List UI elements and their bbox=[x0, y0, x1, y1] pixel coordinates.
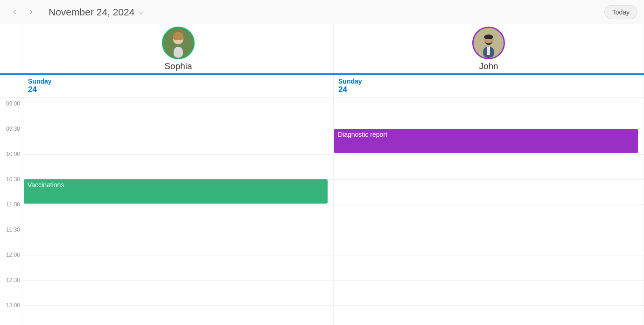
prev-button[interactable] bbox=[8, 6, 21, 19]
calendar-col-sophia[interactable]: Vaccinations bbox=[23, 98, 334, 325]
resource-name: John bbox=[479, 61, 498, 71]
calendar-event[interactable]: Vaccinations bbox=[24, 179, 328, 204]
today-label: Today bbox=[612, 8, 630, 16]
calendar-event[interactable]: Diagnostic report bbox=[334, 129, 638, 153]
time-label: 12:00 bbox=[6, 252, 20, 258]
resource-header: Sophia John bbox=[0, 24, 644, 75]
time-label: 09:00 bbox=[6, 100, 20, 107]
resource-john[interactable]: John bbox=[334, 24, 644, 73]
next-button[interactable] bbox=[24, 6, 37, 19]
time-label: 09:30 bbox=[6, 126, 20, 132]
toolbar: November 24, 2024 Today bbox=[0, 0, 644, 24]
person-icon bbox=[474, 28, 504, 58]
time-label: 12:30 bbox=[6, 277, 20, 283]
day-header: Sunday 24 Sunday 24 bbox=[0, 75, 644, 98]
avatar bbox=[162, 27, 195, 59]
chevron-left-icon bbox=[12, 9, 18, 15]
resource-name: Sophia bbox=[164, 61, 192, 71]
svg-rect-2 bbox=[174, 47, 183, 58]
time-label: 10:00 bbox=[6, 151, 20, 157]
calendar-col-john[interactable]: Diagnostic report bbox=[334, 98, 644, 325]
day-gutter bbox=[0, 75, 23, 98]
svg-rect-6 bbox=[487, 47, 490, 55]
day-number: 24 bbox=[338, 85, 639, 94]
date-label-text: November 24, 2024 bbox=[49, 7, 134, 18]
today-button[interactable]: Today bbox=[604, 5, 637, 19]
time-label: 10:30 bbox=[6, 176, 20, 183]
day-header-col-1[interactable]: Sunday 24 bbox=[23, 75, 334, 98]
timeline: 09:0009:3010:0010:3011:0011:3012:0012:30… bbox=[0, 98, 644, 325]
header-gutter bbox=[0, 24, 23, 73]
chevron-right-icon bbox=[28, 9, 34, 15]
resource-sophia[interactable]: Sophia bbox=[23, 24, 334, 73]
person-icon bbox=[163, 28, 193, 58]
day-name: Sunday bbox=[338, 78, 639, 85]
time-label: 13:00 bbox=[6, 302, 20, 309]
day-number: 24 bbox=[28, 85, 329, 94]
date-picker[interactable]: November 24, 2024 bbox=[49, 7, 144, 18]
avatar bbox=[472, 27, 505, 59]
day-header-col-2[interactable]: Sunday 24 bbox=[334, 75, 644, 98]
time-label: 11:00 bbox=[6, 201, 20, 208]
day-name: Sunday bbox=[28, 78, 329, 85]
scrollbar[interactable] bbox=[641, 198, 644, 325]
time-gutter: 09:0009:3010:0010:3011:0011:3012:0012:30… bbox=[0, 98, 23, 325]
time-label: 11:30 bbox=[6, 226, 20, 233]
chevron-down-icon bbox=[138, 7, 144, 18]
